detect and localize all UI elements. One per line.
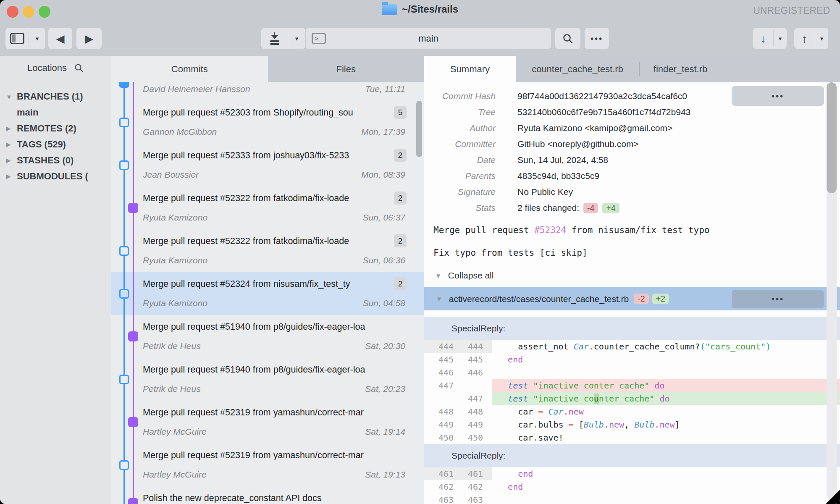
commit-actions-button[interactable]: ••• bbox=[732, 86, 824, 106]
code-token: end bbox=[508, 354, 523, 365]
graph-node-merge bbox=[128, 498, 138, 504]
code-token bbox=[498, 381, 508, 391]
code-token bbox=[649, 381, 654, 391]
toggle-sidebar-button[interactable]: ▾ bbox=[5, 28, 45, 49]
summary-label: Stats bbox=[424, 203, 496, 213]
commit-date: Sun, 06:36 bbox=[362, 255, 405, 265]
code-token: (" bbox=[700, 341, 710, 352]
pr-number-link[interactable]: #52324 bbox=[534, 225, 566, 235]
tab-commits[interactable]: Commits bbox=[111, 56, 268, 82]
diff-line: 462462 end bbox=[424, 480, 840, 493]
file-actions-button[interactable]: ••• bbox=[732, 290, 824, 308]
commit-message: Merge pull request #52324 from nisusam/f… bbox=[143, 279, 384, 289]
commit-row[interactable]: Merge pull request #52319 from yamashun/… bbox=[111, 401, 424, 444]
more-actions-button[interactable]: ••• bbox=[585, 28, 609, 49]
commit-row[interactable]: Merge pull request #52303 from Shopify/r… bbox=[111, 101, 424, 144]
sidebar-item-main[interactable]: main bbox=[0, 105, 111, 121]
tab-files[interactable]: Files bbox=[268, 56, 425, 82]
sidebar-item-tags-529[interactable]: ▶TAGS (529) bbox=[0, 136, 111, 152]
commit-row[interactable]: Merge pull request #52322 from fatkodima… bbox=[111, 229, 424, 272]
commit-row[interactable]: Polish the new deprecate_constant API do… bbox=[111, 486, 424, 504]
commit-author: Gannon McGibbon bbox=[143, 127, 217, 137]
commit-row[interactable]: David Heinemeier HanssonTue, 11:11 bbox=[111, 82, 424, 101]
commit-meta: Jean BoussierMon, 08:39 bbox=[143, 170, 405, 180]
tab-finder-test[interactable]: finder_test.rb bbox=[640, 56, 721, 82]
search-button[interactable] bbox=[555, 28, 580, 49]
commit-count-badge: 2 bbox=[394, 192, 407, 205]
code-text bbox=[492, 493, 840, 504]
disclosure-triangle-icon[interactable]: ▶ bbox=[6, 141, 17, 148]
code-token: car bbox=[498, 407, 538, 417]
detail-scrollbar-thumb[interactable] bbox=[827, 82, 837, 193]
line-number-gutter: 445445 bbox=[424, 353, 492, 366]
toolbar: ▾ ◀ ▶ ▾ > main ••• bbox=[0, 21, 840, 56]
old-line-number: 447 bbox=[424, 381, 454, 391]
summary-label: Tree bbox=[424, 107, 496, 117]
commit-row[interactable]: Merge pull request #51940 from p8/guides… bbox=[111, 358, 424, 401]
disclosure-triangle-icon[interactable]: ▶ bbox=[6, 125, 17, 132]
disclosure-triangle-icon[interactable]: ▶ bbox=[6, 157, 17, 164]
commit-message: Merge pull request #52319 from yamashun/… bbox=[143, 407, 384, 418]
sidebar-item-label: BRANCHES (1) bbox=[17, 91, 83, 102]
commit-message: Merge pull request #52322 from fatkodima… bbox=[143, 236, 384, 247]
graph-node-head bbox=[119, 82, 129, 88]
code-token: save! bbox=[538, 433, 563, 443]
code-token: inactive conter cache bbox=[538, 381, 644, 391]
commit-row[interactable]: Merge pull request #51940 from p8/guides… bbox=[111, 315, 424, 358]
commit-message: Merge pull request #52333 from joshuay03… bbox=[143, 150, 384, 161]
push-button[interactable]: ↑ ▾ bbox=[794, 28, 828, 49]
graph-node-commit bbox=[119, 289, 129, 299]
disclosure-triangle-icon[interactable]: ▼ bbox=[6, 93, 17, 100]
code-text: car = Car.new bbox=[492, 405, 840, 418]
quick-launch-field[interactable]: > main bbox=[306, 28, 551, 49]
commit-row[interactable]: Merge pull request #52322 from fatkodima… bbox=[111, 186, 424, 229]
commit-author: Ryuta Kamizono bbox=[143, 213, 207, 223]
sidebar-item-remotes-2[interactable]: ▶REMOTES (2) bbox=[0, 121, 111, 136]
sidebar-item-submodules[interactable]: ▶SUBMODULES ( bbox=[0, 168, 111, 184]
code-token: do bbox=[659, 394, 669, 404]
back-button[interactable]: ◀ bbox=[48, 28, 72, 49]
new-line-number: 444 bbox=[454, 341, 483, 352]
sidebar-search-icon[interactable] bbox=[74, 63, 84, 73]
tab-counter-cache-test[interactable]: counter_cache_test.rb bbox=[516, 56, 639, 82]
old-line-number: 449 bbox=[424, 420, 454, 430]
collapse-all-label: Collapse all bbox=[448, 270, 494, 281]
diff-line: 463463 bbox=[424, 493, 840, 504]
sidebar-item-branches-1[interactable]: ▼BRANCHES (1) bbox=[0, 89, 111, 105]
diff-line: 461461 end bbox=[424, 467, 840, 480]
summary-row: SignatureNo Public Key bbox=[424, 184, 840, 200]
diff-file-name: activerecord/test/cases/counter_cache_te… bbox=[449, 294, 629, 304]
new-line-number: 449 bbox=[454, 420, 483, 430]
pull-button[interactable]: ↓ ▾ bbox=[753, 28, 787, 49]
code-text bbox=[492, 366, 840, 379]
code-text: car.bulbs = [Bulb.new, Bulb.new] bbox=[492, 418, 840, 431]
commit-author: Hartley McGuire bbox=[143, 470, 207, 480]
commit-row[interactable]: Merge pull request #52319 from yamashun/… bbox=[111, 444, 424, 486]
commit-row[interactable]: Merge pull request #52324 from nisusam/f… bbox=[111, 272, 424, 315]
commit-meta: Petrik de HeusSat, 20:23 bbox=[143, 384, 405, 394]
sidebar-item-label: STASHES (0) bbox=[17, 155, 74, 166]
diff-file-header[interactable]: ▼ activerecord/test/cases/counter_cache_… bbox=[424, 287, 840, 310]
line-number-gutter: 446446 bbox=[424, 366, 492, 379]
window-title: ~/Sites/rails bbox=[402, 3, 458, 15]
sidebar-item-stashes-0[interactable]: ▶STASHES (0) bbox=[0, 152, 111, 168]
new-line-number: 448 bbox=[454, 407, 483, 417]
commit-row[interactable]: Merge pull request #52333 from joshuay03… bbox=[111, 144, 424, 186]
collapse-all-button[interactable]: ▼ Collapse all bbox=[435, 270, 840, 281]
tab-summary[interactable]: Summary bbox=[424, 56, 516, 82]
commit-date: Mon, 08:39 bbox=[361, 170, 405, 180]
code-token: cars_count bbox=[710, 341, 761, 352]
code-text: end bbox=[492, 353, 840, 366]
commit-date: Sat, 20:23 bbox=[365, 384, 405, 394]
disclosure-triangle-icon[interactable]: ▶ bbox=[6, 173, 17, 180]
graph-node-commit bbox=[119, 375, 129, 384]
summary-value: Sun, 14 Jul, 2024, 4:58 bbox=[517, 155, 608, 165]
forward-button[interactable]: ▶ bbox=[76, 28, 102, 49]
commit-message-body: Fix typo from tests [ci skip] bbox=[433, 248, 840, 258]
fetch-button[interactable]: ▾ bbox=[261, 28, 305, 49]
commit-list-scrollbar[interactable] bbox=[416, 101, 422, 157]
commit-message-title: Merge pull request #52324 from nisusam/f… bbox=[433, 225, 840, 235]
code-token: Bulb bbox=[584, 420, 604, 430]
code-token: . bbox=[589, 341, 594, 352]
code-text: assert_not Car.counter_cache_column?("ca… bbox=[492, 340, 840, 353]
